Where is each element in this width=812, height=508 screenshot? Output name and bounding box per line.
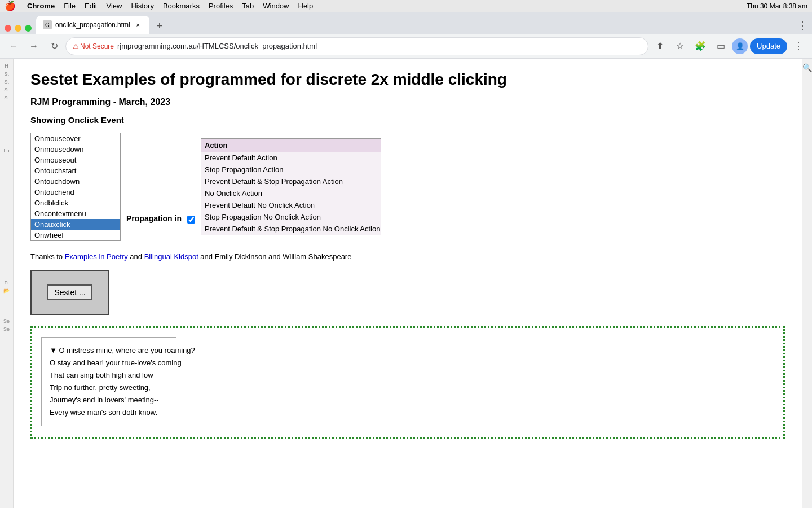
examples-link[interactable]: Examples in Poetry: [65, 252, 128, 261]
menubar-right: Thu 30 Mar 8:38 am: [747, 2, 807, 10]
file-menu[interactable]: File: [64, 2, 76, 10]
back-button[interactable]: ←: [5, 37, 23, 55]
propagation-checkbox[interactable]: [187, 216, 195, 224]
apple-menu[interactable]: 🍎: [5, 1, 16, 11]
search-sidebar-icon[interactable]: 🔍: [802, 63, 812, 72]
event-list[interactable]: Onmouseover Onmousedown Onmouseout Ontou…: [30, 133, 121, 241]
thanks-suffix: and Emily Dickinson and William Shakespe…: [198, 252, 352, 261]
profile-avatar[interactable]: 👤: [732, 38, 748, 54]
minimize-window-btn[interactable]: [15, 25, 21, 32]
bookmarks-menu[interactable]: Bookmarks: [163, 2, 200, 10]
mac-menubar: 🍎 Chrome File Edit View History Bookmark…: [0, 0, 812, 12]
left-strip-item-sel: Se: [1, 318, 12, 324]
poem-line-5: Journey's end in lovers' meeting--: [50, 394, 168, 406]
event-item-onwheel[interactable]: Onwheel: [31, 230, 120, 240]
page-subtitle: RJM Programming - March, 2023: [30, 97, 785, 107]
page-content: Sestet Examples of programmed for discre…: [14, 59, 802, 508]
left-strip-item-6: 📂: [1, 288, 12, 294]
action-stop-no-onclick[interactable]: Stop Propagation No Onclick Action: [201, 211, 381, 223]
right-sidebar-strip: 🔍: [802, 59, 812, 508]
share-button[interactable]: ⬆: [651, 37, 669, 55]
left-sidebar-strip: H St St St St Lo Fi 📂 Se Se: [0, 59, 14, 508]
event-item-onmouseover[interactable]: Onmouseover: [31, 133, 120, 144]
chrome-menu[interactable]: Chrome: [27, 2, 55, 10]
tab-favicon: G: [43, 20, 52, 29]
forward-button[interactable]: →: [25, 37, 43, 55]
thanks-text: Thanks to Examples in Poetry and Bilingu…: [30, 252, 785, 261]
action-prevent-stop[interactable]: Prevent Default & Stop Propagation Actio…: [201, 176, 381, 187]
not-secure-indicator: ⚠ Not Secure: [73, 42, 114, 50]
event-item-ontouchstart[interactable]: Ontouchstart: [31, 165, 120, 176]
sestet-container[interactable]: Sestet ...: [30, 270, 109, 315]
edit-menu[interactable]: Edit: [85, 2, 97, 10]
poem-box: O mistress mine, where are you roaming? …: [41, 337, 176, 427]
tab-bar-expand[interactable]: ⋮: [797, 20, 807, 31]
event-item-ondblclick[interactable]: Ondblclick: [31, 198, 120, 208]
reload-button[interactable]: ↻: [45, 37, 63, 55]
datetime-display: Thu 30 Mar 8:38 am: [747, 2, 807, 10]
poem-line-6: Every wise man's son doth know.: [50, 406, 168, 419]
address-bar[interactable]: ⚠ Not Secure rjmprogramming.com.au/HTMLC…: [65, 37, 648, 55]
not-secure-text: Not Secure: [80, 42, 114, 50]
propagation-label-row: Propagation in: [126, 212, 195, 225]
profiles-menu[interactable]: Profiles: [209, 2, 233, 10]
page-title: Sestet Examples of programmed for discre…: [30, 70, 785, 89]
propagation-controls: Onmouseover Onmousedown Onmouseout Ontou…: [30, 133, 785, 241]
action-no-onclick[interactable]: No Onclick Action: [201, 187, 381, 199]
tab-title: onclick_propagation.html: [55, 21, 130, 29]
poem-line-1: O mistress mine, where are you roaming?: [50, 344, 168, 357]
browser-toolbar: ← → ↻ ⚠ Not Secure rjmprogramming.com.au…: [0, 34, 812, 59]
left-strip-item-file: Fi: [1, 280, 12, 286]
browser-shell: G onclick_propagation.html × + ⋮ ← → ↻ ⚠…: [0, 12, 812, 508]
action-prevent-stop-no-onclick[interactable]: Prevent Default & Stop Propagation No On…: [201, 223, 381, 235]
tab-menu[interactable]: Tab: [242, 2, 254, 10]
close-window-btn[interactable]: [5, 25, 11, 32]
thanks-and: and: [128, 252, 144, 261]
split-view-button[interactable]: ▭: [712, 37, 730, 55]
bilingual-link[interactable]: Bilingual Kidspot: [144, 252, 198, 261]
left-strip-item-lo: Lo: [1, 148, 12, 154]
event-item-ontouchend[interactable]: Ontouchend: [31, 187, 120, 198]
left-strip-item-2: St: [1, 71, 12, 77]
sestet-button[interactable]: Sestet ...: [47, 284, 92, 300]
left-strip-item-1: H: [1, 63, 12, 69]
toolbar-right: ⬆ ☆ 🧩 ▭ 👤 Update ⋮: [651, 37, 807, 55]
tab-bar: G onclick_propagation.html × + ⋮: [0, 12, 812, 34]
left-strip-item-4: St: [1, 87, 12, 93]
menu-button[interactable]: ⋮: [789, 37, 807, 55]
action-list[interactable]: Action Prevent Default Action Stop Propa…: [201, 138, 381, 235]
poem-line-3: That can sing both high and low: [50, 369, 168, 382]
bookmark-button[interactable]: ☆: [671, 37, 689, 55]
action-prevent-no-onclick[interactable]: Prevent Default No Onclick Action: [201, 199, 381, 211]
left-strip-item-ser: Se: [1, 326, 12, 332]
event-item-oncontextmenu[interactable]: Oncontextmenu: [31, 208, 120, 219]
event-item-onmouseout[interactable]: Onmouseout: [31, 155, 120, 165]
tab-close-btn[interactable]: ×: [134, 20, 143, 29]
history-menu[interactable]: History: [131, 2, 153, 10]
dotted-section[interactable]: O mistress mine, where are you roaming? …: [30, 326, 785, 439]
view-menu[interactable]: View: [106, 2, 122, 10]
propagation-label: Propagation in: [126, 212, 182, 225]
thanks-prefix: Thanks to: [30, 252, 65, 261]
poem-line-2: O stay and hear! your true-love's coming: [50, 357, 168, 369]
extensions-button[interactable]: 🧩: [691, 37, 709, 55]
event-item-onmousedown[interactable]: Onmousedown: [31, 144, 120, 155]
action-prevent-default[interactable]: Prevent Default Action: [201, 152, 381, 164]
active-tab[interactable]: G onclick_propagation.html ×: [36, 16, 149, 34]
main-layout: H St St St St Lo Fi 📂 Se Se Sestet Examp…: [0, 59, 812, 508]
window-menu[interactable]: Window: [263, 2, 289, 10]
maximize-window-btn[interactable]: [25, 25, 32, 32]
lock-icon: ⚠: [73, 42, 79, 50]
action-stop-propagation[interactable]: Stop Propagation Action: [201, 164, 381, 176]
section-heading: Showing Onclick Event: [30, 115, 785, 125]
event-item-ontouchdown[interactable]: Ontouchdown: [31, 176, 120, 187]
poem-line-4: Trip no further, pretty sweeting,: [50, 382, 168, 394]
update-button[interactable]: Update: [750, 38, 787, 54]
left-strip-item-3: St: [1, 79, 12, 85]
new-tab-button[interactable]: +: [152, 18, 167, 34]
left-strip-item-5: St: [1, 95, 12, 100]
event-item-onauxclick[interactable]: Onauxclick: [31, 219, 120, 230]
action-header: Action: [201, 139, 381, 152]
url-text: rjmprogramming.com.au/HTMLCSS/onclick_pr…: [117, 42, 317, 50]
help-menu[interactable]: Help: [298, 2, 314, 10]
